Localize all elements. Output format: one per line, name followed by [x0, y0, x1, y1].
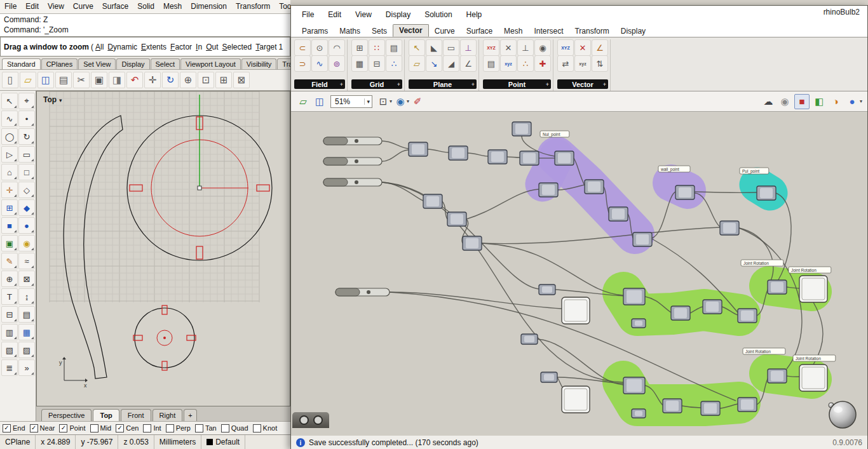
display-quality-icon[interactable]: ●: [845, 95, 859, 109]
checkbox-icon[interactable]: ✓: [3, 424, 11, 432]
command-history[interactable]: Command: Z Command: '_Zoom: [0, 14, 290, 37]
field-component-icon[interactable]: ⊚: [329, 55, 345, 72]
plane-component-icon[interactable]: ∠: [460, 55, 477, 72]
component-node[interactable]: [512, 122, 531, 136]
toolbar-tab-viewport-layout[interactable]: Viewport Layout: [180, 58, 241, 69]
node-graph-svg[interactable]: Nul_pointwall_pointPul_pointJoint Rotati…: [291, 112, 867, 436]
component-node[interactable]: [632, 409, 646, 418]
print-icon[interactable]: ▤: [55, 72, 72, 88]
preview-sphere-icon[interactable]: ◉: [778, 95, 792, 109]
prompt-option-target[interactable]: Target: [255, 43, 276, 51]
viewport-top[interactable]: yx Top▾: [36, 91, 290, 406]
rhino-menu-surface[interactable]: Surface: [98, 0, 133, 13]
gh-menu-view[interactable]: View: [348, 10, 379, 19]
solid-tool-icon[interactable]: ◆: [18, 199, 35, 216]
grid-component-icon[interactable]: ∴: [386, 55, 402, 72]
canvas-widget-tray[interactable]: [292, 412, 329, 428]
osnap-point[interactable]: ✓Point: [59, 424, 85, 432]
rhino-menu-transform[interactable]: Transform: [231, 0, 275, 13]
point-dot-icon[interactable]: •: [18, 111, 35, 127]
toolbar-tab-transform[interactable]: Transform: [277, 58, 290, 69]
vector-component-icon[interactable]: ⇅: [592, 55, 608, 72]
point-tool-icon[interactable]: ⌖: [18, 93, 35, 109]
command-prompt[interactable]: Drag a window to zoom ( AllDynamicExtent…: [0, 37, 290, 57]
cut-icon[interactable]: ✂: [73, 72, 90, 88]
gh-tab-mesh[interactable]: Mesh: [498, 25, 528, 37]
component-node[interactable]: [663, 399, 682, 413]
sphere-tool-icon[interactable]: ●: [18, 217, 35, 234]
new-file-icon[interactable]: ▯: [2, 72, 18, 88]
prompt-option-all[interactable]: All: [95, 43, 104, 51]
gumball-widget-icon[interactable]: [299, 415, 309, 425]
component-node[interactable]: [609, 207, 628, 221]
plane-component-icon[interactable]: ↘: [426, 55, 442, 72]
cluster-cloud-icon[interactable]: ☁: [761, 95, 775, 109]
toolbar-tab-cplanes[interactable]: CPlanes: [41, 58, 78, 69]
osnap-int[interactable]: Int: [143, 424, 161, 432]
paste-icon[interactable]: ◨: [109, 72, 125, 88]
vector-component-icon[interactable]: ⇄: [557, 55, 574, 72]
checkbox-icon[interactable]: ✓: [59, 424, 67, 432]
toolbar-tab-standard[interactable]: Standard: [2, 58, 41, 69]
component-node[interactable]: [738, 398, 757, 412]
checkbox-icon[interactable]: ✓: [30, 424, 38, 432]
prompt-option-factor[interactable]: Factor: [170, 43, 192, 51]
gh-menu-display[interactable]: Display: [379, 10, 417, 19]
paint-tool-icon[interactable]: ✐: [410, 95, 424, 109]
group-tool-icon[interactable]: ▦: [18, 324, 35, 340]
shaded-preview-icon[interactable]: ■: [794, 94, 810, 109]
wireframe-preview-icon[interactable]: ◧: [812, 95, 826, 109]
gh-menu-solution[interactable]: Solution: [417, 10, 459, 19]
group-label-vector[interactable]: Vector: [557, 79, 608, 89]
component-node[interactable]: [701, 401, 720, 415]
panel-node[interactable]: [799, 365, 827, 391]
units-label[interactable]: Millimeters: [154, 435, 201, 449]
gh-tab-intersect[interactable]: Intersect: [528, 25, 569, 37]
component-node[interactable]: [768, 369, 787, 383]
chevron-down-icon[interactable]: ▾: [860, 98, 862, 104]
component-node[interactable]: [555, 151, 574, 165]
component-node[interactable]: [703, 300, 722, 314]
component-node[interactable]: [520, 151, 539, 165]
panel-node[interactable]: [799, 276, 827, 302]
component-node[interactable]: [539, 285, 555, 295]
box-tool-icon[interactable]: ■: [1, 217, 18, 234]
point-component-icon[interactable]: ◉: [534, 39, 551, 56]
component-node[interactable]: [757, 186, 776, 200]
select-arrow-icon[interactable]: ↖: [1, 93, 18, 109]
checkbox-icon[interactable]: ✓: [116, 424, 124, 432]
field-component-icon[interactable]: ⊃: [294, 55, 311, 72]
cplane-button[interactable]: CPlane: [0, 435, 36, 449]
gh-menu-edit[interactable]: Edit: [321, 10, 348, 19]
component-node[interactable]: [623, 377, 645, 394]
number-slider[interactable]: [323, 137, 382, 145]
dim-tool-icon[interactable]: ↨: [18, 288, 35, 305]
gh-tab-display[interactable]: Display: [615, 25, 651, 37]
grid-component-icon[interactable]: ⊟: [369, 55, 385, 72]
osnap-tan[interactable]: Tan: [195, 424, 217, 432]
component-node[interactable]: [738, 309, 757, 323]
component-node[interactable]: [488, 150, 507, 164]
component-node[interactable]: [409, 142, 428, 156]
rhino-menu-mesh[interactable]: Mesh: [159, 0, 186, 13]
layers-tool-icon[interactable]: ≣: [1, 359, 18, 376]
add-viewport-tab-button[interactable]: +: [184, 409, 196, 421]
component-node[interactable]: [675, 185, 695, 199]
plane-component-icon[interactable]: ◢: [443, 55, 459, 72]
blend-tool-icon[interactable]: ≈: [18, 253, 35, 269]
join-tool-icon[interactable]: ▥: [1, 324, 18, 340]
field-component-icon[interactable]: ∿: [311, 55, 328, 72]
component-node[interactable]: [623, 288, 645, 305]
zoom-select[interactable]: 51% ▾: [330, 95, 372, 108]
curve-tool-icon[interactable]: ∿: [1, 111, 18, 127]
rhino-menu-file[interactable]: File: [0, 0, 21, 13]
component-node[interactable]: [423, 194, 442, 208]
trim-tool-icon[interactable]: ⊟: [1, 306, 18, 323]
gh-tab-params[interactable]: Params: [296, 25, 334, 37]
component-node[interactable]: [671, 306, 690, 320]
checkbox-icon[interactable]: [195, 424, 203, 432]
prompt-option-in[interactable]: In: [196, 43, 202, 51]
prompt-option-out[interactable]: Out: [206, 43, 218, 51]
osnap-end[interactable]: ✓End: [3, 424, 25, 432]
checkbox-icon[interactable]: [166, 424, 174, 432]
